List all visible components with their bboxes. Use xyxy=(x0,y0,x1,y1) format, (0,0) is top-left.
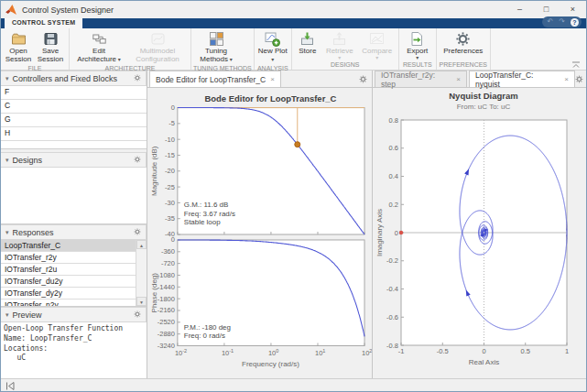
svg-text:-2880: -2880 xyxy=(158,330,175,338)
tuning-methods-button[interactable]: Tuning Methods ▾ xyxy=(193,30,239,64)
panel-gear-icon[interactable] xyxy=(134,156,141,165)
gain-margin-annotation: Freq: 3.67 rad/s xyxy=(184,210,235,218)
gain-margin-marker[interactable] xyxy=(295,142,300,147)
svg-text:-3240: -3240 xyxy=(158,342,175,350)
collapse-triangle-icon[interactable]: ▾ xyxy=(5,75,9,82)
collapse-triangle-icon[interactable]: ▾ xyxy=(5,157,9,164)
bode-tab-bode-editor-for-looptransfer-c[interactable]: Bode Editor for LoopTransfer_C× xyxy=(149,71,281,87)
matlab-logo-icon xyxy=(5,5,17,15)
ribbon-group-label: DESIGNS xyxy=(294,60,397,70)
list-item-looptransfer-c[interactable]: LoopTransfer_C xyxy=(1,240,147,252)
panel-gear-icon[interactable] xyxy=(134,310,141,320)
collapse-ribbon-icon[interactable] xyxy=(571,61,581,69)
svg-text:-1080: -1080 xyxy=(158,271,175,279)
minimize-button[interactable]: – xyxy=(506,1,533,18)
list-item-g[interactable]: G xyxy=(1,114,147,127)
button-label: Save Session xyxy=(36,48,65,64)
svg-text:-0.6: -0.6 xyxy=(386,313,398,321)
svg-text:-25: -25 xyxy=(165,183,175,191)
panel-header-designs[interactable]: ▾Designs xyxy=(1,152,147,168)
svg-text:0: 0 xyxy=(171,235,175,244)
export-icon xyxy=(409,31,425,47)
svg-text:0: 0 xyxy=(395,229,398,237)
bode-editor-panel: Bode Editor for LoopTransfer_C× Bode Edi… xyxy=(147,71,373,378)
svg-text:0.2: 0.2 xyxy=(389,201,398,209)
svg-text:0.5: 0.5 xyxy=(521,347,530,355)
list-item-iotransfer-n2y[interactable]: IOTransfer_n2y xyxy=(1,299,147,307)
collapse-triangle-icon[interactable]: ▾ xyxy=(5,311,9,319)
multimodel-configuration-icon xyxy=(150,31,166,47)
svg-text:-2160: -2160 xyxy=(158,306,175,314)
ribbon-group-label: PREFERENCES xyxy=(439,60,488,70)
preferences-button[interactable]: Preferences xyxy=(439,30,488,60)
svg-text:-1: -1 xyxy=(398,347,405,355)
panel-header-controllers[interactable]: ▾Controllers and Fixed Blocks xyxy=(1,71,147,86)
panel-gear-icon[interactable] xyxy=(134,74,141,83)
button-label: Open Session xyxy=(5,48,32,64)
panel-header-preview[interactable]: ▾Preview xyxy=(1,307,147,322)
ribbon-group-designs: StoreRetrieve▾Compare▾DESIGNS xyxy=(292,28,399,70)
store-design-icon xyxy=(299,31,315,47)
compare-button: Compare▾ xyxy=(358,30,397,60)
help-icon[interactable]: ? xyxy=(571,18,579,27)
tab-label: LoopTransfer_C: nyquist xyxy=(475,71,560,89)
svg-text:0.4: 0.4 xyxy=(389,172,398,180)
collapse-sidebar-icon[interactable] xyxy=(5,382,16,390)
responses-scrollbar[interactable]: ▲▼ xyxy=(136,240,147,306)
undo-icon[interactable]: ↶ xyxy=(548,16,554,27)
data-browser-sidebar: ▾Controllers and Fixed BlocksFCGH▾Design… xyxy=(1,71,147,378)
collapse-triangle-icon[interactable]: ▾ xyxy=(5,229,9,236)
save-session-button[interactable]: Save Session xyxy=(34,30,67,64)
dropdown-arrow-icon: ▾ xyxy=(271,57,274,62)
svg-text:1: 1 xyxy=(565,347,569,355)
open-session-button[interactable]: Open Session xyxy=(3,30,34,64)
ribbon-group-label: RESULTS xyxy=(401,60,434,70)
tab-control-system[interactable]: CONTROL SYSTEM xyxy=(5,18,82,28)
tabbar-gear-icon[interactable] xyxy=(575,71,583,87)
magnitude-axis-label: Magnitude (dB) xyxy=(150,146,158,196)
ribbon-group-file: Open SessionSave SessionFILE xyxy=(1,28,70,70)
list-item-iotransfer-du2y[interactable]: IOTransfer_du2y xyxy=(1,276,147,288)
list-item-iotransfer-r2y[interactable]: IOTransfer_r2y xyxy=(1,252,147,264)
svg-text:-10: -10 xyxy=(165,136,175,144)
svg-text:-1800: -1800 xyxy=(158,295,175,303)
list-item-iotransfer-dy2y[interactable]: IOTransfer_dy2y xyxy=(1,288,147,299)
svg-text:-360: -360 xyxy=(161,247,175,256)
export-button[interactable]: Export▾ xyxy=(401,30,434,60)
list-item-c[interactable]: C xyxy=(1,100,147,114)
tabbar-gear-icon[interactable] xyxy=(359,71,367,87)
responses-list: LoopTransfer_CIOTransfer_r2yIOTransfer_r… xyxy=(1,240,147,307)
svg-text:0.8: 0.8 xyxy=(389,116,398,125)
new-plot-button[interactable]: New Plot ▾ xyxy=(256,30,289,64)
redo-icon[interactable]: ↷ xyxy=(559,16,565,27)
ribbon-group-preferences: PreferencesPREFERENCES xyxy=(437,28,491,70)
analysis-tab-iotransfer-r2y-step[interactable]: IOTransfer_r2y: step× xyxy=(375,71,467,87)
analysis-plots-tabbar: IOTransfer_r2y: step×LoopTransfer_C: nyq… xyxy=(373,71,587,88)
phase-axis-label: Phase (deg) xyxy=(150,273,158,313)
list-item-f[interactable]: F xyxy=(1,86,147,100)
list-item-iotransfer-r2u[interactable]: IOTransfer_r2u xyxy=(1,264,147,276)
svg-text:0: 0 xyxy=(482,347,485,355)
titlebar: Control System Designer – □ × xyxy=(1,1,586,18)
panel-header-responses[interactable]: ▾Responses xyxy=(1,224,147,240)
button-label: Store xyxy=(299,48,316,56)
close-tab-icon[interactable]: × xyxy=(456,75,461,83)
button-label: Preferences xyxy=(443,48,483,56)
analysis-tab-looptransfer-c-nyquist[interactable]: LoopTransfer_C: nyquist× xyxy=(469,71,575,87)
quick-access-toolbar: ↶ ↷ ? xyxy=(542,16,582,27)
list-item-h[interactable]: H xyxy=(1,127,147,141)
tab-label: IOTransfer_r2y: step xyxy=(381,71,451,89)
store-button[interactable]: Store xyxy=(294,30,321,60)
close-tab-icon[interactable]: × xyxy=(564,75,569,83)
edit-architecture-button[interactable]: Edit Architecture ▾ xyxy=(71,30,126,64)
edit-architecture-icon xyxy=(92,31,107,47)
svg-text:-0.2: -0.2 xyxy=(386,256,398,265)
close-tab-icon[interactable]: × xyxy=(270,75,275,83)
panel-gear-icon[interactable] xyxy=(134,228,141,237)
save-session-disk-icon xyxy=(43,31,59,47)
scroll-down-icon[interactable]: ▼ xyxy=(136,297,147,306)
phase-margin-annotation: P.M.: -180 deg xyxy=(184,323,231,332)
analysis-plots-panel: IOTransfer_r2y: step×LoopTransfer_C: nyq… xyxy=(373,71,587,378)
status-bar xyxy=(1,378,586,392)
scroll-up-icon[interactable]: ▲ xyxy=(136,240,147,249)
